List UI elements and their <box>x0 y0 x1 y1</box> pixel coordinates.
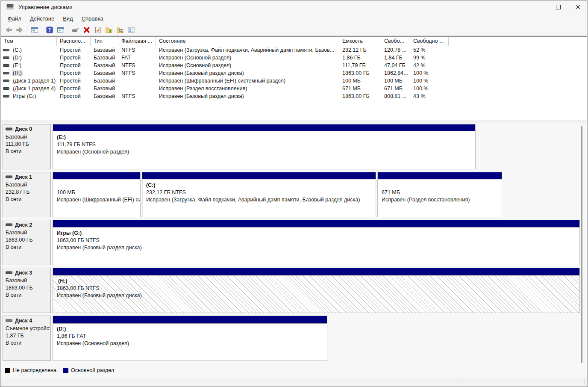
disk-icon <box>6 222 12 227</box>
menu-help[interactable]: Справка <box>78 14 107 23</box>
close-button[interactable] <box>568 0 588 13</box>
menu-file[interactable]: Файл <box>4 14 25 23</box>
disk-management-window: Управление дисками Файл Действие Вид Спр… <box>0 0 588 387</box>
folder-up-icon[interactable] <box>103 25 115 35</box>
partition-efi[interactable]: 100 МБ Исправен (Шифрованный (EFI) систе… <box>53 172 141 217</box>
statusbar-separator <box>584 379 585 385</box>
disk-icon <box>6 174 12 180</box>
folder-explore-icon[interactable] <box>115 25 126 35</box>
menu-view[interactable]: Вид <box>59 14 77 23</box>
removable-disk-icon <box>6 318 12 323</box>
drive-icon <box>3 47 9 53</box>
legend-color-unallocated <box>5 368 10 373</box>
partition-color-band <box>53 268 579 275</box>
partition-e[interactable]: (E:) 111,79 ГБ NTFS Исправен (Основной р… <box>53 124 476 169</box>
volume-row-c[interactable]: (C:) Простой Базовый NTFS Исправен (Загр… <box>1 46 587 54</box>
action-pane-icon[interactable] <box>55 25 66 35</box>
vertical-scrollbar[interactable] <box>581 126 582 363</box>
drive-icon <box>3 86 9 92</box>
disk-row-1: Диск 1 Базовый 232,87 ГБ В сети 100 МБ И… <box>1 172 587 218</box>
disk-row-3: Диск 3 Базовый 1863,00 ГБ В сети (H:) 18… <box>1 268 587 314</box>
legend: Не распределена Основной раздел <box>5 367 114 373</box>
partition-d[interactable]: (D:) 1,86 ГБ FAT Исправен (Основной разд… <box>53 316 327 361</box>
disk-row-0: Диск 0 Базовый 111,80 ГБ В сети (E:) 111… <box>1 124 587 170</box>
partition-recovery[interactable]: 671 МБ Исправен (Раздел восстановления) <box>377 172 502 217</box>
volume-list-header: Том Располо... Тип Файловая ... Состояни… <box>1 37 587 46</box>
volume-row-h[interactable]: (H:) Простой Базовый NTFS Исправен (Базо… <box>1 69 587 77</box>
column-header-type[interactable]: Тип <box>91 37 118 46</box>
column-header-filesystem[interactable]: Файловая ... <box>118 37 156 46</box>
statusbar-separator <box>458 379 458 385</box>
volume-row-e[interactable]: (E:) Простой Базовый NTFS Исправен (Осно… <box>1 62 587 69</box>
disk4-header[interactable]: Диск 4 Съемное устройство 1,87 ГБ В сети <box>3 316 51 361</box>
graphical-view-pane: Диск 0 Базовый 111,80 ГБ В сети (E:) 111… <box>1 123 587 377</box>
minimize-button[interactable] <box>529 0 548 13</box>
drive-icon <box>3 62 9 68</box>
maximize-button[interactable] <box>548 0 568 13</box>
volume-row-g[interactable]: Игры (G:) Простой Базовый NTFS Исправен … <box>1 92 587 100</box>
menu-action[interactable]: Действие <box>26 14 58 23</box>
partition-color-band <box>53 172 140 179</box>
toolbar-separator <box>42 26 42 34</box>
toolbar-separator <box>68 26 68 34</box>
partition-c[interactable]: (C:) 232,12 ГБ NTFS Исправен (Загрузка, … <box>142 172 376 217</box>
toolbar-separator <box>27 26 27 34</box>
console-tree-icon[interactable] <box>29 25 40 35</box>
toolbar: ? <box>0 24 588 36</box>
check-properties-icon[interactable] <box>92 25 103 35</box>
partition-color-band <box>378 172 502 179</box>
column-header-free-pct[interactable]: Свободно ... <box>410 37 449 46</box>
volume-row-disk1-part1[interactable]: (Диск 1 раздел 1) Простой Базовый Исправ… <box>1 77 587 85</box>
help-icon[interactable]: ? <box>44 25 55 35</box>
app-icon <box>6 3 14 11</box>
volume-row-d[interactable]: (D:) Простой Базовый FAT Исправен (Основ… <box>1 54 587 62</box>
title-bar: Управление дисками <box>0 0 588 13</box>
legend-color-primary <box>63 368 68 373</box>
column-header-free[interactable]: Свобо... <box>381 37 410 46</box>
column-header-layout[interactable]: Располо... <box>57 37 91 46</box>
partition-h-selected[interactable]: (H:) 1863,00 ГБ NTFS Исправен (Базовый р… <box>53 268 580 313</box>
partition-color-band <box>53 124 475 131</box>
disk-icon <box>6 127 12 132</box>
forward-icon[interactable] <box>14 25 25 35</box>
volume-list-pane: Том Располо... Тип Файловая ... Состояни… <box>1 36 587 120</box>
legend-primary-partition: Основной раздел <box>63 367 114 373</box>
column-header-status[interactable]: Состояние <box>156 37 339 46</box>
task-list-icon[interactable] <box>126 25 137 35</box>
column-header-blank <box>449 37 587 46</box>
drive-icon <box>3 55 9 61</box>
disk1-header[interactable]: Диск 1 Базовый 232,87 ГБ В сети <box>3 172 51 217</box>
legend-unallocated: Не распределена <box>5 367 56 373</box>
drive-icon <box>3 78 9 84</box>
disk-tool-icon[interactable] <box>70 25 81 35</box>
svg-text:?: ? <box>48 27 51 33</box>
disk-row-4: Диск 4 Съемное устройство 1,87 ГБ В сети… <box>1 316 587 362</box>
partition-color-band <box>53 316 327 323</box>
drive-icon <box>3 70 9 76</box>
column-header-capacity[interactable]: Емкость <box>339 37 381 46</box>
volume-row-disk1-part4[interactable]: (Диск 1 раздел 4) Простой Базовый Исправ… <box>1 85 587 92</box>
disk-icon <box>6 270 12 275</box>
disk0-header[interactable]: Диск 0 Базовый 111,80 ГБ В сети <box>3 124 51 169</box>
partition-g[interactable]: Игры (G:) 1863,00 ГБ NTFS Исправен (Базо… <box>53 220 580 265</box>
disk-row-2: Диск 2 Базовый 1863,00 ГБ В сети Игры (G… <box>1 220 587 266</box>
disk2-header[interactable]: Диск 2 Базовый 1863,00 ГБ В сети <box>3 220 51 265</box>
status-bar <box>1 377 587 387</box>
disk3-header[interactable]: Диск 3 Базовый 1863,00 ГБ В сети <box>3 268 51 313</box>
drive-icon <box>3 93 9 99</box>
partition-color-band <box>142 172 376 179</box>
delete-icon[interactable] <box>81 25 92 35</box>
menu-bar: Файл Действие Вид Справка <box>0 13 588 24</box>
window-title: Управление дисками <box>18 4 73 10</box>
column-header-volume[interactable]: Том <box>1 37 57 46</box>
partition-color-band <box>53 220 579 227</box>
back-icon[interactable] <box>3 25 14 35</box>
